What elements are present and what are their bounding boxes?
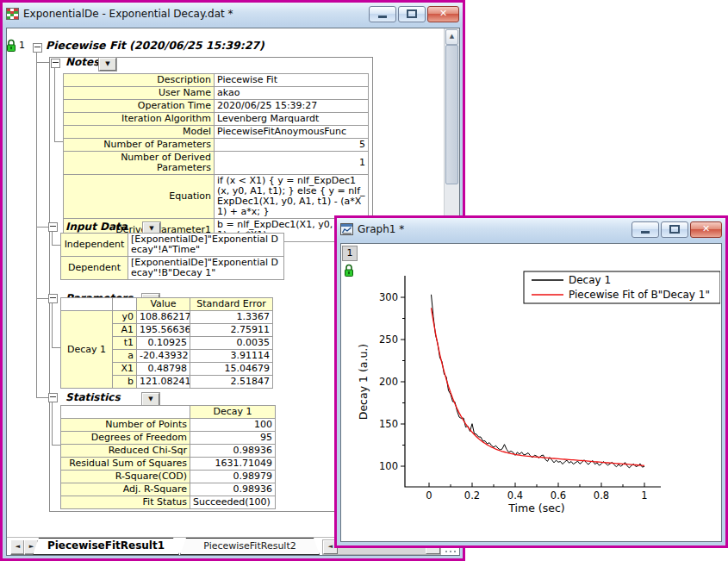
row-value: 100 xyxy=(190,419,276,432)
row-label: Number of Parameters xyxy=(64,139,215,152)
param-name: y0 xyxy=(113,311,137,324)
restore-button[interactable] xyxy=(398,6,426,22)
row-value: 95 xyxy=(190,432,276,445)
row-label: Model xyxy=(64,126,215,139)
sheet-tab-PiecewiseFitResult1[interactable]: PiecewiseFitResult1 xyxy=(33,538,179,555)
collapse-icon[interactable] xyxy=(51,59,60,68)
row-value: PiecewiseFitAnoymousFunc xyxy=(215,126,369,139)
collapse-icon[interactable] xyxy=(48,294,58,303)
row-value: Piecewise Fit xyxy=(215,74,369,87)
column-header: Decay 1 xyxy=(190,406,276,419)
notes-table: Description Piecewise Fit User Name akao… xyxy=(63,73,369,242)
row-label: Reduced Chi-Sqr xyxy=(61,445,190,458)
table-row: Independent [ExponentialDe]"Exponential … xyxy=(61,234,284,257)
report-root-title: Piecewise Fit (2020/06/25 15:39:27) xyxy=(46,39,264,52)
row-value: if (x < X1) { y = nlf_ExpDec1(x, y0, A1,… xyxy=(215,175,369,219)
vertical-scrollbar-thumb[interactable] xyxy=(445,45,458,184)
window2-titlebar[interactable]: Graph1 * ✕ xyxy=(337,218,725,240)
row-value: [ExponentialDe]"Exponential Decay"!A"Tim… xyxy=(128,234,284,257)
graph-window[interactable]: Graph1 * ✕ 1 00.20.40.60.811001502002503… xyxy=(334,215,728,548)
param-value: 121.08241 xyxy=(137,376,190,389)
table-row: Adj. R-Square 0.98936 xyxy=(61,483,276,496)
graph-page: 1 00.20.40.60.81100150200250300Time (sec… xyxy=(340,243,722,542)
row-value: 2020/06/25 15:39:27 xyxy=(215,100,369,113)
close-button[interactable]: ✕ xyxy=(690,221,722,238)
param-value: 0.48798 xyxy=(137,363,190,376)
svg-text:100: 100 xyxy=(379,460,398,472)
row-label: Dependent xyxy=(61,257,128,280)
window1-titlebar[interactable]: ExponentialDe - Exponential Decay.dat * … xyxy=(3,3,463,25)
table-row: R-Square(COD) 0.98979 xyxy=(61,471,276,483)
row-label: Iteration Algorithm xyxy=(64,113,215,126)
worksheet-icon xyxy=(6,8,19,20)
collapse-icon[interactable] xyxy=(48,393,58,402)
table-row: Description Piecewise Fit xyxy=(64,74,369,87)
row-label: R-Square(COD) xyxy=(61,471,190,483)
collapse-icon[interactable] xyxy=(33,43,42,53)
param-name: t1 xyxy=(113,337,137,350)
svg-text:0.4: 0.4 xyxy=(507,489,523,502)
param-name: X1 xyxy=(113,363,137,376)
table-row: Operation Time 2020/06/25 15:39:27 xyxy=(64,100,369,113)
svg-text:0.2: 0.2 xyxy=(464,489,480,502)
sheet-tab-PiecewiseFitResult2[interactable]: PiecewiseFitResult2 xyxy=(180,538,320,555)
row-value: 1631.71049 xyxy=(190,458,276,471)
table-row: Number of Points 100 xyxy=(61,419,276,432)
column-header: Value xyxy=(137,298,190,311)
row-value: 1 xyxy=(215,152,369,175)
tab-scroll-left-button[interactable]: ◄ xyxy=(10,539,25,555)
table-row: Iteration Algorithm Levenberg Marquardt xyxy=(64,113,369,126)
section-menu-button[interactable]: ▼ xyxy=(99,58,116,71)
table-row: User Name akao xyxy=(64,87,369,100)
table-row: Residual Sum of Squares 1631.71049 xyxy=(61,458,276,471)
parameters-table: Value Standard ErrorDecay 1y0 108.86217 … xyxy=(60,297,273,389)
section-menu-button[interactable]: ▼ xyxy=(142,393,159,406)
table-row: Number of Parameters 5 xyxy=(64,139,369,152)
svg-text:Piecewise Fit of B"Decay 1": Piecewise Fit of B"Decay 1" xyxy=(569,289,710,301)
restore-button[interactable] xyxy=(661,221,688,238)
row-label: Independent xyxy=(61,234,128,257)
row-value: 0.98936 xyxy=(190,483,276,496)
param-error: 1.3367 xyxy=(190,311,273,324)
row-label: Fit Status xyxy=(61,496,190,509)
dataset-label: Decay 1 xyxy=(61,311,113,389)
svg-text:Time (sec): Time (sec) xyxy=(507,502,564,514)
svg-text:250: 250 xyxy=(379,333,398,346)
svg-text:Decay 1: Decay 1 xyxy=(569,274,611,286)
table-row: Fit Status Succeeded(100) xyxy=(61,496,276,509)
param-name: a xyxy=(113,350,137,363)
row-value: Levenberg Marquardt xyxy=(215,113,369,126)
table-row: Reduced Chi-Sqr 0.98936 xyxy=(61,445,276,458)
statistics-table: Decay 1 Number of Points 100 Degrees of … xyxy=(60,405,276,509)
plot-svg: 00.20.40.60.81100150200250300Time (sec)D… xyxy=(341,244,720,540)
row-value: [ExponentialDe]"Exponential Decay"!B"Dec… xyxy=(128,257,284,280)
row-label: Number of Derived Parameters xyxy=(64,152,215,175)
svg-text:150: 150 xyxy=(379,418,398,430)
svg-text:0.8: 0.8 xyxy=(594,489,609,502)
scroll-up-button[interactable]: ▲ xyxy=(445,29,458,45)
row-label: Description xyxy=(64,74,215,87)
row-value: 0.98979 xyxy=(190,471,276,483)
minimize-button[interactable] xyxy=(369,6,396,22)
row-label: Residual Sum of Squares xyxy=(61,458,190,471)
param-error: 2.51847 xyxy=(190,376,273,389)
param-error: 3.91114 xyxy=(190,350,273,363)
section-notes-title: Notes xyxy=(65,56,99,68)
row-value: 0.98936 xyxy=(190,445,276,458)
table-row: Number of Derived Parameters 1 xyxy=(64,152,369,175)
svg-text:300: 300 xyxy=(379,291,398,303)
param-value: 108.86217 xyxy=(137,311,190,324)
minimize-button[interactable] xyxy=(632,221,659,238)
section-statistics-title: Statistics xyxy=(65,391,121,403)
row-value: akao xyxy=(215,87,369,100)
column-header: Standard Error xyxy=(190,298,273,311)
row-label: Degrees of Freedom xyxy=(61,432,190,445)
svg-text:0: 0 xyxy=(426,489,432,502)
svg-text:200: 200 xyxy=(379,376,398,388)
close-button[interactable]: ✕ xyxy=(427,6,459,22)
collapse-icon[interactable] xyxy=(48,222,58,232)
param-value: 0.10925 xyxy=(137,337,190,350)
row-label: Operation Time xyxy=(64,100,215,113)
param-name: A1 xyxy=(113,324,137,337)
param-name: b xyxy=(113,376,137,389)
